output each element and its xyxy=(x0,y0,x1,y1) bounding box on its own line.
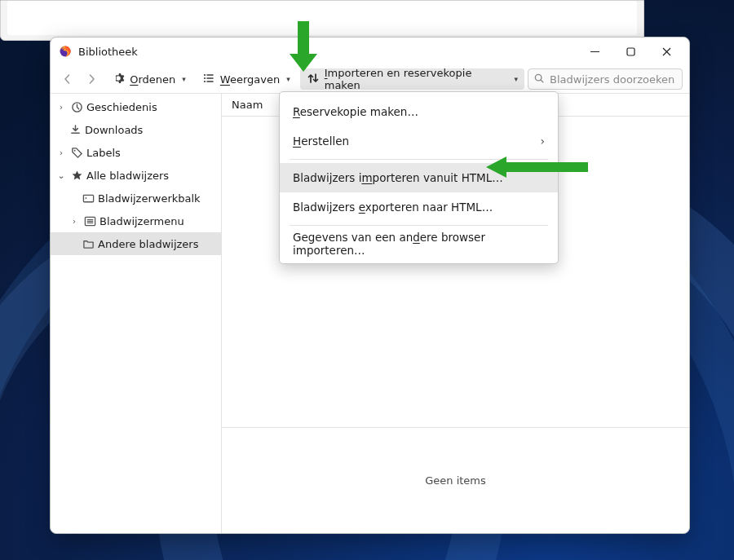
sidebar-item-label: Bladwijzerwerkbalk xyxy=(98,192,201,205)
tag-icon xyxy=(70,146,83,159)
menu-item-label: Herstellen xyxy=(293,134,349,148)
menu-item-backup[interactable]: Reservekopie maken… xyxy=(280,97,558,126)
svg-point-2 xyxy=(204,73,206,75)
sidebar-item-label: Geschiedenis xyxy=(86,101,157,113)
chevron-down-icon: ▾ xyxy=(182,75,186,83)
chevron-down-icon: ▾ xyxy=(286,75,290,83)
menu-item-import-other-browser[interactable]: Gegevens van een andere browser importer… xyxy=(280,229,558,258)
views-button[interactable]: Weergaven ▾ xyxy=(196,68,297,90)
star-icon xyxy=(70,169,83,182)
firefox-icon xyxy=(59,45,72,58)
svg-rect-1 xyxy=(627,48,635,55)
sidebar-item-label: Andere bladwijzers xyxy=(98,238,198,250)
folder-icon xyxy=(82,237,95,250)
sidebar-item-all-bookmarks[interactable]: ⌄ Alle bladwijzers xyxy=(51,164,221,187)
sidebar-item-downloads[interactable]: Downloads xyxy=(51,118,221,141)
window-title: Bibliotheek xyxy=(78,46,138,58)
chevron-down-icon: ▾ xyxy=(514,75,518,83)
import-backup-button[interactable]: Importeren en reservekopie maken ▾ xyxy=(300,68,524,90)
sidebar-item-other-bookmarks[interactable]: Andere bladwijzers xyxy=(51,232,221,255)
menu-separator xyxy=(290,225,548,226)
menu-item-export-html[interactable]: Bladwijzers exporteren naar HTML… xyxy=(280,192,558,222)
list-icon xyxy=(202,72,215,87)
menu-separator xyxy=(290,159,548,160)
import-backup-label: Importeren en reservekopie maken xyxy=(325,67,508,91)
chevron-right-icon: › xyxy=(69,216,80,227)
organize-button[interactable]: Ordenen ▾ xyxy=(105,68,192,90)
menu-folder-icon xyxy=(83,214,96,227)
import-backup-menu: Reservekopie maken… Herstellen › Bladwij… xyxy=(279,91,559,264)
empty-label: Geen items xyxy=(425,474,486,487)
minimize-button[interactable] xyxy=(577,39,612,64)
toolbar: Ordenen ▾ Weergaven ▾ Importeren en rese… xyxy=(51,65,689,93)
sidebar-item-history[interactable]: › Geschiedenis xyxy=(51,95,221,118)
sidebar-item-label: Downloads xyxy=(85,124,143,136)
menu-item-label: Bladwijzers exporteren naar HTML… xyxy=(293,201,493,214)
sidebar-item-labels[interactable]: › Labels xyxy=(51,141,221,164)
gear-icon xyxy=(112,72,125,87)
sidebar-item-bookmarks-menu[interactable]: › Bladwijzermenu xyxy=(51,209,221,232)
titlebar[interactable]: Bibliotheek xyxy=(51,37,689,65)
maximize-button[interactable] xyxy=(612,39,648,64)
toolbar-folder-icon xyxy=(82,192,95,205)
back-button[interactable] xyxy=(57,68,78,90)
menu-item-restore[interactable]: Herstellen › xyxy=(280,126,558,156)
download-icon xyxy=(69,123,82,136)
sidebar: › Geschiedenis Downloads › Labels xyxy=(51,94,222,533)
submenu-chevron-icon: › xyxy=(540,134,545,148)
svg-point-3 xyxy=(204,77,206,78)
chevron-right-icon: › xyxy=(55,102,67,112)
menu-item-label: Bladwijzers importeren vanuit HTML… xyxy=(293,171,503,184)
sidebar-item-label: Alle bladwijzers xyxy=(86,170,169,182)
sidebar-item-label: Labels xyxy=(86,147,121,159)
svg-point-7 xyxy=(73,149,75,151)
organize-label: Ordenen xyxy=(130,73,175,86)
clock-icon xyxy=(70,100,83,113)
sidebar-item-label: Bladwijzermenu xyxy=(99,215,184,227)
background-window xyxy=(0,0,644,41)
search-icon xyxy=(533,73,545,86)
column-header-label: Naam xyxy=(232,99,263,111)
chevron-down-icon: ⌄ xyxy=(55,170,67,181)
import-export-icon xyxy=(307,72,320,87)
sidebar-item-bookmarks-toolbar[interactable]: Bladwijzerwerkbalk xyxy=(51,187,221,209)
search-input[interactable]: Bladwijzers doorzoeken xyxy=(528,68,683,90)
svg-rect-8 xyxy=(83,195,93,201)
menu-item-label: Reservekopie maken… xyxy=(293,105,418,118)
views-label: Weergaven xyxy=(220,73,280,86)
details-pane: Geen items xyxy=(222,427,689,533)
chevron-right-icon: › xyxy=(55,148,67,158)
menu-item-import-html[interactable]: Bladwijzers importeren vanuit HTML… xyxy=(280,163,558,192)
svg-point-4 xyxy=(204,80,206,82)
forward-button[interactable] xyxy=(82,68,103,90)
search-placeholder: Bladwijzers doorzoeken xyxy=(550,73,674,86)
menu-item-label: Gegevens van een andere browser importer… xyxy=(293,231,545,257)
close-button[interactable] xyxy=(648,39,684,64)
